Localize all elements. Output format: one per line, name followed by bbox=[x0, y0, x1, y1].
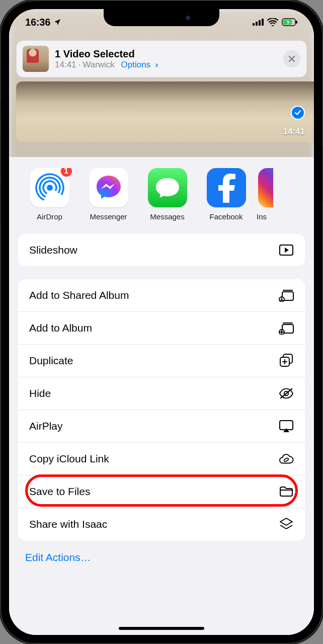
notch bbox=[104, 9, 219, 26]
header-time: 14:41 bbox=[55, 60, 76, 70]
svg-point-7 bbox=[47, 185, 53, 191]
action-save-to-files[interactable]: Save to Files bbox=[18, 475, 305, 508]
svg-rect-6 bbox=[296, 21, 297, 24]
battery-charging-icon bbox=[282, 18, 298, 26]
options-button[interactable]: Options › bbox=[121, 60, 158, 70]
folder-icon bbox=[279, 485, 294, 498]
action-label: Add to Shared Album bbox=[29, 289, 129, 301]
volume-up-button bbox=[0, 136, 1, 175]
header-location: Warwick bbox=[83, 60, 115, 70]
header-thumbnail[interactable] bbox=[23, 46, 49, 72]
close-button[interactable] bbox=[283, 50, 300, 67]
airplay-icon bbox=[279, 420, 294, 433]
chevron-right-icon: › bbox=[153, 60, 158, 69]
app-label: Facebook bbox=[197, 212, 256, 221]
action-label: Slideshow bbox=[29, 244, 77, 256]
instagram-icon bbox=[258, 168, 273, 207]
app-label: Messenger bbox=[79, 212, 138, 221]
wifi-icon bbox=[267, 18, 278, 26]
action-add-album[interactable]: Add to Album bbox=[18, 311, 305, 344]
svg-rect-0 bbox=[253, 23, 255, 26]
action-label: Hide bbox=[29, 387, 51, 399]
volume-down-button bbox=[0, 185, 1, 224]
airdrop-icon: 1 bbox=[30, 168, 69, 207]
share-apps-row[interactable]: 1 AirDrop Messenger bbox=[9, 168, 314, 221]
selection-check-icon[interactable] bbox=[291, 106, 305, 120]
svg-rect-2 bbox=[259, 20, 261, 26]
action-label: AirPlay bbox=[29, 420, 63, 432]
action-label: Duplicate bbox=[29, 355, 73, 367]
app-facebook[interactable]: Facebook bbox=[197, 168, 256, 221]
messenger-icon bbox=[89, 168, 128, 207]
app-label: Ins bbox=[256, 212, 276, 221]
edit-actions-button[interactable]: Edit Actions… bbox=[9, 540, 314, 564]
app-airdrop[interactable]: 1 AirDrop bbox=[20, 168, 79, 221]
action-airplay[interactable]: AirPlay bbox=[18, 410, 305, 442]
action-add-shared-album[interactable]: Add to Shared Album bbox=[18, 279, 305, 311]
eye-slash-icon bbox=[279, 387, 294, 400]
play-rect-icon bbox=[279, 244, 294, 257]
share-header: 1 Video Selected 14:41 · Warwick Options… bbox=[16, 40, 307, 77]
svg-rect-3 bbox=[262, 19, 264, 26]
svg-point-21 bbox=[284, 458, 289, 462]
stack-icon bbox=[279, 518, 294, 531]
action-slideshow[interactable]: Slideshow bbox=[18, 234, 305, 266]
home-indicator[interactable] bbox=[119, 627, 204, 630]
preview-timestamp: 14:41 bbox=[283, 127, 305, 137]
svg-point-14 bbox=[281, 297, 282, 299]
action-group-1: Slideshow bbox=[18, 234, 305, 266]
action-label: Copy iCloud Link bbox=[29, 453, 109, 465]
messages-icon bbox=[148, 168, 187, 207]
status-time: 16:36 bbox=[25, 17, 50, 28]
action-label: Add to Album bbox=[29, 322, 92, 334]
add-album-icon bbox=[279, 321, 294, 335]
action-hide[interactable]: Hide bbox=[18, 377, 305, 410]
action-copy-icloud-link[interactable]: Copy iCloud Link bbox=[18, 442, 305, 475]
mute-switch bbox=[0, 101, 1, 121]
app-label: Messages bbox=[138, 212, 197, 221]
app-messages[interactable]: Messages bbox=[138, 168, 197, 221]
shared-album-icon bbox=[279, 289, 294, 302]
svg-rect-1 bbox=[256, 22, 258, 26]
iphone-frame: 16:36 1 Vi bbox=[0, 0, 323, 644]
cloud-link-icon bbox=[279, 452, 294, 465]
duplicate-icon bbox=[279, 354, 294, 367]
action-share-with-isaac[interactable]: Share with Isaac bbox=[18, 508, 305, 540]
screen: 16:36 1 Vi bbox=[9, 9, 314, 635]
action-group-2: Add to Shared Album Add to Album Duplica… bbox=[18, 279, 305, 540]
video-preview[interactable]: 14:41 bbox=[16, 82, 314, 142]
cellular-icon bbox=[253, 19, 264, 26]
app-instagram[interactable]: Ins bbox=[256, 168, 276, 221]
action-duplicate[interactable]: Duplicate bbox=[18, 344, 305, 377]
app-label: AirDrop bbox=[20, 212, 79, 221]
app-messenger[interactable]: Messenger bbox=[79, 168, 138, 221]
action-label: Share with Isaac bbox=[29, 518, 107, 530]
facebook-icon bbox=[207, 168, 246, 207]
header-separator: · bbox=[78, 60, 81, 70]
header-title: 1 Video Selected bbox=[55, 48, 277, 60]
action-label: Save to Files bbox=[29, 486, 90, 498]
location-arrow-icon bbox=[53, 18, 61, 26]
